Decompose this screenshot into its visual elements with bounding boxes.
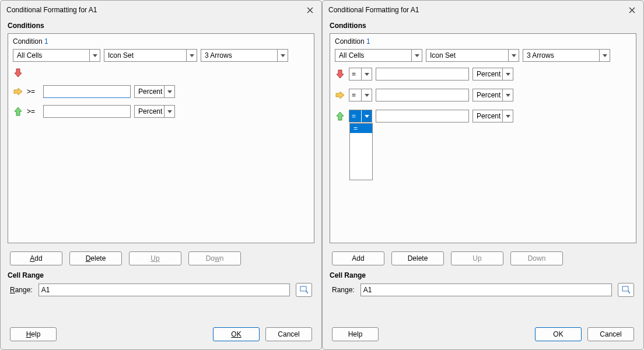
operator-text: >= bbox=[27, 88, 40, 96]
condition-number: 1 bbox=[366, 37, 370, 46]
threshold-row: = Percent bbox=[330, 88, 636, 103]
cell-scope-combo[interactable]: All Cells bbox=[13, 49, 100, 62]
conditions-box: Condition 1 All Cells Icon Set 3 Arrows … bbox=[8, 33, 314, 243]
dropdown-option[interactable]: = bbox=[350, 124, 372, 133]
close-icon[interactable] bbox=[626, 4, 638, 16]
dropdown-option[interactable]: <= bbox=[350, 152, 372, 161]
dropdown-option[interactable]: <> bbox=[350, 170, 372, 180]
help-button[interactable]: Help bbox=[10, 327, 57, 341]
cell-range-label: Cell Range bbox=[1, 269, 321, 281]
conditions-box: Condition 1 All Cells Icon Set 3 Arrows … bbox=[330, 33, 636, 243]
delete-button[interactable]: Delete bbox=[69, 251, 122, 265]
chevron-down-icon bbox=[89, 50, 100, 61]
cancel-button[interactable]: Cancel bbox=[265, 327, 312, 341]
arrow-down-red-icon bbox=[13, 68, 23, 78]
chevron-down-icon bbox=[277, 50, 288, 61]
arrow-up-green-icon bbox=[13, 106, 23, 117]
operator-combo[interactable]: = bbox=[349, 68, 372, 80]
window-title: Conditional Formatting for A1 bbox=[328, 6, 419, 14]
condition-buttons: Add Delete Up Down bbox=[323, 248, 643, 269]
condition-header: Condition 1 bbox=[8, 34, 314, 48]
down-button[interactable]: Down bbox=[188, 251, 241, 265]
threshold-row: >= Percent bbox=[8, 104, 314, 119]
footer: Help OK Cancel bbox=[323, 320, 643, 349]
condition-word: Condition bbox=[335, 37, 365, 46]
up-button[interactable]: Up bbox=[451, 251, 503, 265]
chevron-down-icon bbox=[411, 50, 422, 61]
ok-button[interactable]: OK bbox=[535, 327, 582, 341]
threshold-row: = Percent bbox=[330, 66, 636, 82]
format-type-combo[interactable]: Icon Set bbox=[104, 49, 197, 62]
dialog-right: Conditional Formatting for A1 Conditions… bbox=[322, 0, 644, 350]
chevron-down-icon bbox=[186, 50, 197, 61]
arrow-right-yellow-icon bbox=[335, 90, 345, 100]
range-input[interactable] bbox=[360, 284, 612, 296]
add-button[interactable]: Add bbox=[10, 251, 62, 265]
chevron-down-icon bbox=[502, 68, 513, 80]
iconset-combo[interactable]: 3 Arrows bbox=[523, 49, 610, 62]
cell-scope-combo[interactable]: All Cells bbox=[335, 49, 422, 62]
condition-header: Condition 1 bbox=[330, 34, 636, 48]
footer: Help OK Cancel bbox=[1, 320, 321, 349]
delete-button[interactable]: Delete bbox=[391, 251, 444, 265]
range-row: Range: bbox=[1, 281, 321, 299]
unit-combo[interactable]: Percent bbox=[473, 89, 513, 102]
range-label: Range: bbox=[332, 286, 355, 294]
dropdown-option[interactable]: >= bbox=[350, 161, 372, 170]
add-button[interactable]: Add bbox=[332, 251, 384, 265]
ok-button[interactable]: OK bbox=[213, 327, 260, 341]
titlebar: Conditional Formatting for A1 bbox=[323, 1, 643, 19]
dropdown-option[interactable]: > bbox=[350, 142, 372, 152]
range-input[interactable] bbox=[38, 284, 290, 296]
shrink-icon bbox=[622, 286, 630, 294]
threshold-value-input[interactable] bbox=[376, 68, 469, 80]
combo-row: All Cells Icon Set 3 Arrows bbox=[8, 48, 314, 63]
operator-combo[interactable]: = = < > <= >= <> bbox=[349, 110, 372, 123]
help-button[interactable]: Help bbox=[332, 327, 379, 341]
chevron-down-icon bbox=[361, 68, 372, 80]
condition-number: 1 bbox=[44, 37, 48, 46]
unit-combo[interactable]: Percent bbox=[134, 85, 175, 98]
conditions-label: Conditions bbox=[1, 19, 321, 31]
unit-combo[interactable]: Percent bbox=[134, 105, 175, 118]
iconset-combo[interactable]: 3 Arrows bbox=[201, 49, 288, 62]
condition-word: Condition bbox=[13, 37, 43, 46]
down-button[interactable]: Down bbox=[510, 251, 563, 265]
threshold-value-input[interactable] bbox=[376, 110, 469, 123]
chevron-down-icon bbox=[502, 89, 513, 101]
chevron-down-icon bbox=[502, 110, 513, 122]
up-button[interactable]: Up bbox=[129, 251, 181, 265]
threshold-row bbox=[8, 66, 314, 79]
unit-combo[interactable]: Percent bbox=[473, 110, 513, 123]
svg-rect-5 bbox=[622, 286, 628, 291]
close-icon[interactable] bbox=[304, 4, 316, 16]
range-row: Range: bbox=[323, 281, 643, 299]
threshold-value-input[interactable] bbox=[43, 85, 131, 98]
threshold-row: = = < > <= >= <> Percent bbox=[330, 108, 636, 124]
conditions-label: Conditions bbox=[323, 19, 643, 31]
arrow-down-red-icon bbox=[335, 69, 345, 79]
window-title: Conditional Formatting for A1 bbox=[6, 6, 97, 14]
cell-range-label: Cell Range bbox=[323, 269, 643, 281]
chevron-down-icon bbox=[508, 50, 519, 61]
cancel-button[interactable]: Cancel bbox=[587, 327, 634, 341]
combo-row: All Cells Icon Set 3 Arrows bbox=[330, 48, 636, 63]
dropdown-option[interactable]: < bbox=[350, 133, 372, 142]
threshold-value-input[interactable] bbox=[376, 89, 469, 102]
shrink-button[interactable] bbox=[618, 283, 634, 297]
chevron-down-icon bbox=[599, 50, 610, 61]
arrow-right-yellow-icon bbox=[13, 86, 23, 97]
unit-combo[interactable]: Percent bbox=[473, 68, 513, 80]
chevron-down-icon bbox=[361, 89, 372, 101]
chevron-down-icon bbox=[164, 86, 174, 97]
format-type-combo[interactable]: Icon Set bbox=[426, 49, 519, 62]
threshold-value-input[interactable] bbox=[43, 105, 131, 118]
svg-rect-2 bbox=[300, 286, 306, 291]
operator-combo[interactable]: = bbox=[349, 89, 372, 102]
chevron-down-icon bbox=[361, 110, 372, 122]
dialog-left: Conditional Formatting for A1 Conditions… bbox=[0, 0, 322, 350]
shrink-icon bbox=[300, 286, 308, 294]
shrink-button[interactable] bbox=[296, 283, 312, 297]
chevron-down-icon bbox=[164, 106, 174, 117]
operator-text: >= bbox=[27, 107, 40, 116]
